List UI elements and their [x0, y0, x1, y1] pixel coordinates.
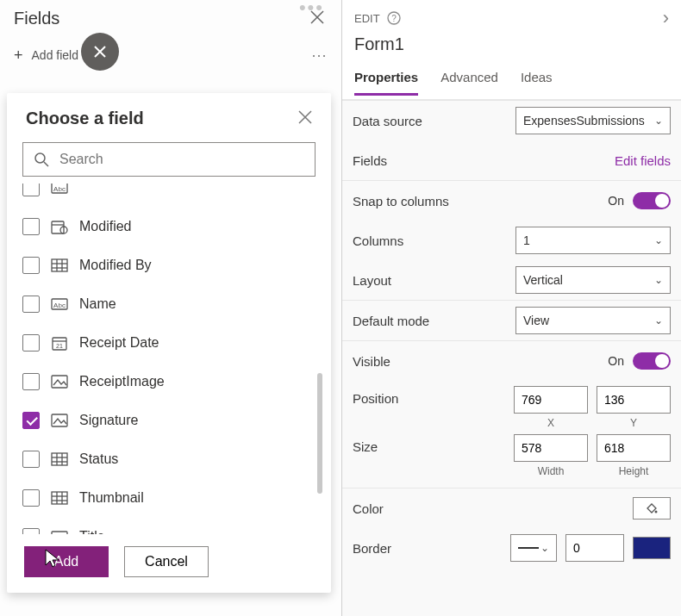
cancel-button[interactable]: Cancel — [124, 546, 209, 577]
line-icon — [518, 547, 539, 549]
size-height-input[interactable] — [597, 434, 671, 462]
position-x-input[interactable] — [514, 386, 588, 414]
field-checkbox[interactable] — [22, 334, 40, 352]
svg-rect-24 — [52, 492, 67, 504]
text-icon: Abc — [50, 296, 69, 313]
field-label: ReceiptImage — [79, 374, 165, 389]
snap-state-text: On — [608, 194, 624, 208]
layout-select[interactable]: Vertical ⌄ — [515, 266, 671, 294]
chevron-right-icon[interactable]: › — [663, 7, 669, 29]
default-mode-value: View — [523, 314, 549, 327]
visible-toggle[interactable] — [633, 352, 671, 370]
field-checkbox[interactable] — [22, 257, 40, 274]
choose-field-flyout: Choose a field AbcModifiedModified ByAbc… — [7, 93, 331, 593]
close-icon — [94, 46, 106, 58]
edit-fields-link[interactable]: Edit fields — [615, 153, 671, 168]
text-icon: Abc — [50, 184, 69, 196]
field-item[interactable]: Abc — [22, 184, 307, 207]
field-checkbox[interactable] — [22, 296, 40, 313]
search-icon — [34, 152, 49, 167]
field-item[interactable]: ReceiptImage — [22, 362, 307, 401]
y-axis-label: Y — [630, 417, 637, 429]
svg-text:?: ? — [391, 14, 397, 23]
field-checkbox[interactable] — [22, 412, 40, 429]
data-source-select[interactable]: ExpensesSubmissions ⌄ — [515, 107, 671, 134]
add-button[interactable]: Add — [24, 546, 109, 577]
svg-text:21: 21 — [56, 343, 63, 349]
chevron-down-icon: ⌄ — [654, 234, 663, 246]
data-source-label: Data source — [353, 114, 507, 128]
image-icon — [50, 373, 69, 390]
field-label: Modified — [79, 219, 131, 234]
field-item[interactable]: Status — [22, 439, 307, 478]
border-color-swatch[interactable] — [633, 537, 671, 559]
columns-value: 1 — [523, 233, 530, 247]
image-icon — [50, 412, 69, 429]
tab-advanced[interactable]: Advanced — [440, 70, 498, 96]
add-field-button[interactable]: + Add field ⋯ — [0, 39, 341, 77]
date-time-icon — [50, 218, 69, 235]
size-width-input[interactable] — [514, 434, 588, 462]
field-label: Thumbnail — [79, 490, 144, 506]
field-item[interactable]: 21Receipt Date — [22, 323, 307, 362]
color-label: Color — [353, 501, 624, 516]
svg-rect-7 — [52, 259, 67, 271]
svg-point-33 — [655, 511, 658, 513]
flyout-close-button[interactable] — [298, 110, 312, 127]
search-input-wrapper[interactable] — [22, 142, 316, 177]
add-field-label: Add field — [32, 48, 78, 62]
calendar-date-icon: 21 — [50, 334, 69, 352]
help-icon[interactable]: ? — [387, 11, 401, 25]
field-checkbox[interactable] — [22, 489, 40, 507]
columns-select[interactable]: 1 ⌄ — [515, 227, 671, 254]
field-checkbox[interactable] — [22, 451, 40, 468]
size-label: Size — [353, 434, 505, 454]
fields-panel: ••• Fields + Add field ⋯ Choose a field — [0, 0, 342, 616]
flyout-title: Choose a field — [26, 109, 144, 128]
default-mode-select[interactable]: View ⌄ — [515, 307, 671, 334]
field-checkbox[interactable] — [22, 373, 40, 390]
field-item[interactable]: Modified — [22, 207, 307, 246]
field-label: Title — [79, 529, 105, 535]
columns-label: Columns — [353, 233, 507, 248]
position-label: Position — [353, 386, 505, 406]
cancel-button-label: Cancel — [145, 554, 188, 569]
field-checkbox[interactable] — [22, 184, 40, 196]
paint-bucket-icon — [645, 501, 659, 515]
snap-toggle[interactable] — [633, 192, 671, 209]
position-y-input[interactable] — [597, 386, 671, 414]
visible-label: Visible — [353, 354, 599, 369]
svg-point-0 — [35, 153, 45, 163]
scrollbar-thumb[interactable] — [317, 373, 322, 494]
fields-prop-label: Fields — [353, 153, 606, 168]
border-width-input[interactable] — [565, 534, 624, 562]
field-item[interactable]: AbcTitle — [22, 517, 307, 534]
field-item[interactable]: Thumbnail — [22, 478, 307, 517]
field-label: Signature — [79, 413, 139, 428]
svg-text:Abc: Abc — [53, 302, 66, 309]
field-item[interactable]: Modified By — [22, 246, 307, 284]
text-icon: Abc — [50, 528, 69, 535]
snap-label: Snap to columns — [353, 194, 599, 208]
tab-properties[interactable]: Properties — [354, 70, 418, 96]
chevron-down-icon: ⌄ — [654, 115, 663, 127]
svg-rect-19 — [52, 453, 67, 465]
tab-ideas[interactable]: Ideas — [521, 70, 553, 96]
color-picker-button[interactable] — [633, 497, 671, 520]
properties-panel: EDIT ? › Form1 Properties Advanced Ideas… — [342, 0, 681, 616]
svg-line-1 — [44, 162, 48, 166]
tooltip-close-badge[interactable] — [81, 33, 119, 71]
search-input[interactable] — [58, 151, 304, 168]
border-style-select[interactable]: ⌄ — [510, 534, 557, 562]
data-source-value: ExpensesSubmissions — [523, 114, 645, 128]
field-checkbox[interactable] — [22, 218, 40, 235]
field-checkbox[interactable] — [22, 528, 40, 535]
chevron-down-icon: ⌄ — [654, 274, 663, 286]
more-icon[interactable]: ⋯ — [311, 46, 328, 65]
chevron-down-icon: ⌄ — [540, 542, 549, 554]
svg-text:Abc: Abc — [53, 185, 66, 193]
field-item[interactable]: AbcName — [22, 284, 307, 323]
close-icon — [298, 110, 312, 124]
width-axis-label: Width — [538, 465, 565, 477]
field-item[interactable]: Signature — [22, 401, 307, 439]
